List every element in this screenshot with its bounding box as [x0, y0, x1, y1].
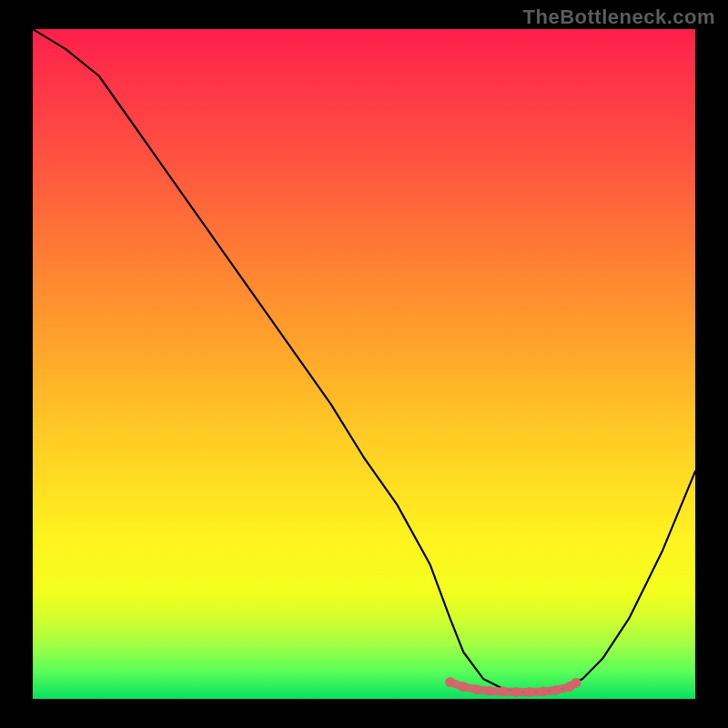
- svg-point-6: [525, 687, 535, 697]
- svg-point-7: [538, 686, 548, 696]
- svg-point-10: [571, 678, 581, 688]
- svg-point-8: [551, 685, 561, 695]
- svg-point-1: [459, 682, 469, 692]
- svg-point-2: [471, 684, 481, 694]
- curve-svg: [33, 29, 695, 699]
- chart-frame: TheBottleneck.com: [0, 0, 728, 728]
- svg-point-3: [485, 686, 495, 696]
- svg-point-5: [511, 687, 521, 697]
- optimal-zone-markers: [445, 677, 581, 697]
- svg-point-0: [445, 677, 455, 687]
- plot-area: [33, 29, 695, 699]
- svg-point-4: [498, 686, 508, 696]
- bottleneck-curve: [33, 29, 695, 693]
- watermark-text: TheBottleneck.com: [523, 5, 715, 29]
